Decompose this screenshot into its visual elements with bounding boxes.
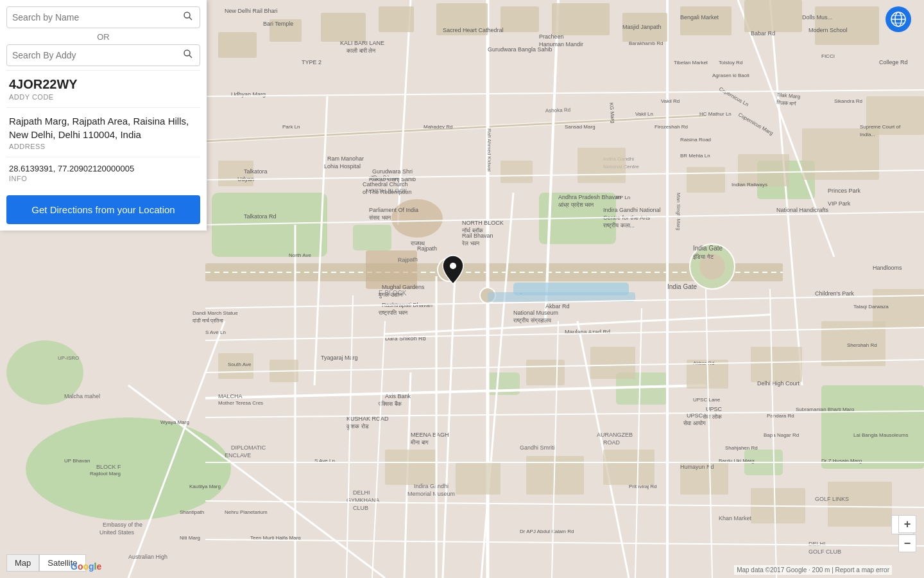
svg-rect-54	[501, 6, 539, 32]
search-icon	[183, 11, 193, 21]
svg-text:Sansad Marg: Sansad Marg	[565, 124, 595, 130]
svg-text:मीना बाग: मीना बाग	[410, 439, 429, 446]
svg-text:सेवा आयोग: सेवा आयोग	[683, 419, 706, 426]
svg-text:Shahjahen Rd: Shahjahen Rd	[725, 445, 758, 451]
svg-rect-76	[456, 462, 501, 495]
svg-text:HC Mathur Ln: HC Mathur Ln	[699, 111, 732, 117]
svg-text:इंडिया गेट: इंडिया गेट	[692, 253, 714, 260]
svg-rect-62	[578, 148, 626, 183]
svg-text:ENCLAVE: ENCLAVE	[225, 452, 251, 459]
svg-text:Princes Park: Princes Park	[828, 188, 861, 194]
svg-text:RP Ln: RP Ln	[616, 195, 630, 200]
addy-code-label: ADDY CODE	[9, 93, 198, 101]
svg-text:CLUB: CLUB	[353, 505, 368, 511]
search-name-row	[6, 6, 200, 28]
svg-text:India Gate: India Gate	[667, 283, 697, 290]
coords-label: INFO	[9, 175, 198, 182]
svg-text:Indian Railways: Indian Railways	[732, 182, 767, 188]
svg-text:Mughal Gardens: Mughal Gardens	[382, 284, 425, 290]
zoom-out-button[interactable]: −	[898, 534, 916, 552]
globe-icon[interactable]	[886, 6, 911, 32]
svg-text:Sacred Heart Cathedral: Sacred Heart Cathedral	[443, 27, 504, 33]
coords-value: 28.6139391, 77.20902120000005	[9, 164, 198, 173]
address-value: Rajpath Marg, Rajpath Area, Raisina Hill…	[9, 114, 198, 141]
svg-rect-57	[680, 6, 732, 35]
svg-text:नॉर्थ ब्लॉक: नॉर्थ ब्लॉक	[461, 227, 483, 234]
svg-point-1	[26, 417, 231, 520]
svg-text:राष्ट्रीय कला...: राष्ट्रीय कला...	[603, 222, 635, 229]
or-divider: OR	[6, 32, 200, 42]
svg-rect-49	[218, 32, 257, 58]
svg-text:of The Redemption: of The Redemption	[363, 189, 411, 195]
directions-button[interactable]: Get Directions from your Location	[6, 195, 200, 224]
svg-text:Mother Teresa Cres: Mother Teresa Cres	[218, 400, 263, 406]
svg-text:MEENA BAGH: MEENA BAGH	[411, 432, 449, 438]
svg-text:UP-ISRO: UP-ISRO	[58, 355, 79, 361]
map-type-map-button[interactable]: Map	[6, 554, 39, 572]
svg-text:Indira Gandhi National: Indira Gandhi National	[603, 207, 661, 213]
svg-text:Tolstoy Rd: Tolstoy Rd	[719, 60, 742, 66]
svg-text:Tibetan Market: Tibetan Market	[674, 60, 708, 66]
svg-text:Talaqi Darwaza: Talaqi Darwaza	[853, 304, 889, 310]
svg-text:MALCHA: MALCHA	[218, 393, 243, 399]
sidebar-panel: OR 4JOR22WY ADDY CODE Rajpath Marg, Rajp…	[0, 0, 207, 231]
search-addy-input[interactable]	[12, 50, 182, 60]
svg-text:Man Singh Marg: Man Singh Marg	[676, 193, 681, 231]
svg-text:Prithviraj Rd: Prithviraj Rd	[629, 484, 657, 489]
svg-text:Humayun Rd: Humayun Rd	[680, 464, 714, 470]
google-g1: G	[71, 561, 78, 572]
svg-text:India...: India...	[860, 132, 875, 137]
svg-text:Gandhi Smriti: Gandhi Smriti	[520, 444, 555, 451]
address-block: Rajpath Marg, Rajpath Area, Raisina Hill…	[6, 107, 200, 157]
coords-block: 28.6139391, 77.20902120000005 INFO	[6, 157, 200, 189]
svg-text:Rafi Ahmed Kidwai: Rafi Ahmed Kidwai	[486, 128, 492, 171]
svg-text:North Ave: North Ave	[289, 252, 312, 258]
google-o2: o	[83, 561, 89, 572]
svg-text:BR Mehta Ln: BR Mehta Ln	[680, 153, 710, 159]
svg-text:GOLF CLUB: GOLF CLUB	[809, 548, 841, 555]
svg-text:Talkatora: Talkatora	[244, 168, 268, 175]
svg-rect-55	[552, 3, 610, 35]
svg-text:National Handicrafts: National Handicrafts	[776, 207, 829, 213]
addy-code-block: 4JOR22WY ADDY CODE	[6, 70, 200, 107]
search-addy-button[interactable]	[182, 48, 194, 63]
svg-text:Bapa Nagar Rd: Bapa Nagar Rd	[764, 432, 799, 438]
svg-text:India Gate: India Gate	[693, 245, 723, 252]
svg-point-38	[391, 199, 443, 238]
svg-point-240	[450, 263, 456, 269]
svg-text:Raisina Road: Raisina Road	[680, 137, 711, 143]
svg-text:Lal Bangla Mausoleums: Lal Bangla Mausoleums	[853, 432, 908, 438]
svg-text:Dolls Mus...: Dolls Mus...	[802, 14, 832, 21]
svg-text:Gurudwara Shri: Gurudwara Shri	[372, 168, 413, 175]
svg-rect-51	[321, 13, 366, 42]
svg-text:काली बारी लेन: काली बारी लेन	[346, 47, 376, 54]
svg-line-242	[189, 17, 192, 20]
svg-text:Sikandra Rd: Sikandra Rd	[834, 98, 862, 104]
svg-text:DIPLOMATIC: DIPLOMATIC	[231, 444, 266, 451]
search-addy-row	[6, 44, 200, 66]
svg-text:Vakil Rd: Vakil Rd	[661, 98, 680, 104]
svg-text:आंध्र प्रदेश भवन: आंध्र प्रदेश भवन	[558, 201, 594, 209]
svg-point-241	[184, 12, 190, 18]
search-name-input[interactable]	[12, 12, 182, 22]
svg-text:United States: United States	[99, 529, 135, 536]
svg-text:Kautilya Marg: Kautilya Marg	[189, 484, 221, 489]
svg-point-243	[184, 50, 190, 56]
svg-text:Parliament Of India: Parliament Of India	[369, 207, 418, 213]
svg-text:Handlooms: Handlooms	[873, 265, 902, 271]
svg-rect-78	[603, 450, 654, 485]
svg-text:Embassy of the: Embassy of the	[103, 521, 142, 528]
svg-text:Tyagaraj Marg: Tyagaraj Marg	[321, 355, 358, 361]
svg-rect-81	[828, 482, 892, 527]
addy-code-value: 4JOR22WY	[9, 77, 198, 92]
search-name-button[interactable]	[182, 10, 194, 25]
search-addy-icon	[183, 49, 193, 59]
svg-rect-5	[821, 385, 924, 469]
svg-text:Niti Marg: Niti Marg	[180, 535, 200, 541]
zoom-in-button[interactable]: +	[898, 515, 916, 533]
svg-text:संसद भवन: संसद भवन	[368, 215, 391, 221]
google-e: e	[96, 561, 101, 572]
svg-text:Nehru Planetarium: Nehru Planetarium	[225, 509, 268, 515]
svg-rect-52	[379, 6, 414, 32]
svg-text:Supreme Court of: Supreme Court of	[860, 124, 901, 130]
